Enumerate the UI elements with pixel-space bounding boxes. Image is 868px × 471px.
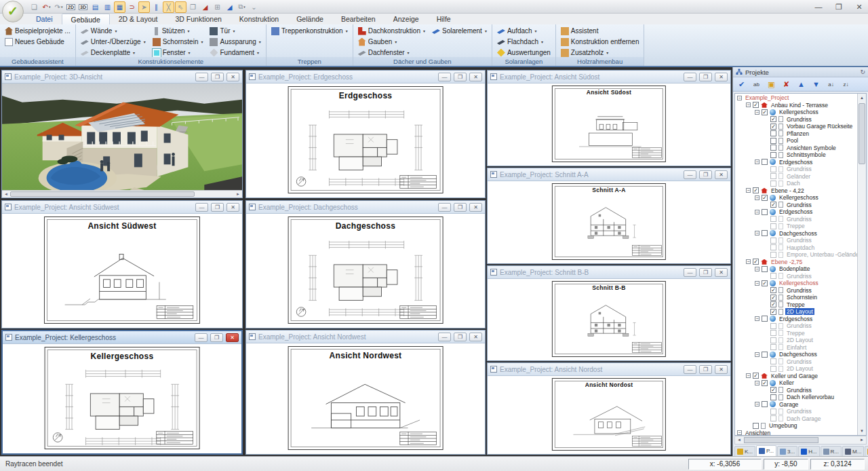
tree-checkbox[interactable] — [770, 216, 776, 222]
window-close-button[interactable]: ✕ — [715, 73, 728, 81]
tree-item[interactable]: −Ansichten — [735, 430, 857, 436]
tree-checkbox[interactable]: ✓ — [770, 301, 776, 307]
tree-item[interactable]: −Erdgeschoss — [735, 316, 857, 323]
panel-tab-hilfe[interactable]: H... — [798, 446, 819, 456]
tree-checkbox[interactable] — [770, 323, 776, 329]
tree-item[interactable]: Geländer — [735, 173, 857, 181]
panel-pin-icon[interactable]: ↻ — [860, 69, 865, 75]
window-maximize-button[interactable]: ❐ — [211, 73, 224, 81]
tree-item[interactable]: Grundriss — [735, 216, 857, 223]
window-client-area[interactable]: Ansicht Nordwest — [246, 343, 485, 454]
tree-item[interactable]: Empore, Unterbau -Geländer — [735, 251, 857, 259]
tree-item[interactable]: Schnittsymbole — [735, 151, 857, 159]
ribbon-button-aussparung[interactable]: Aussparung▾ — [210, 38, 260, 46]
tree-checkbox[interactable] — [770, 238, 776, 244]
tree-item[interactable]: Grundriss — [735, 166, 857, 173]
tree-item[interactable]: Dach Garage — [735, 415, 857, 423]
window-maximize-button[interactable]: ❐ — [699, 73, 712, 81]
window-titlebar[interactable]: Example_Project: Ansicht Nordost—❐✕ — [488, 363, 730, 376]
ribbon-button-konstruktion-entfernen[interactable]: Konstruktion entfernen — [561, 38, 639, 46]
tree-checkbox[interactable] — [770, 223, 776, 229]
ribbon-button-auswertungen[interactable]: Auswertungen — [497, 49, 551, 57]
window-minimize-button[interactable]: — — [195, 203, 208, 212]
window-maximize-button[interactable]: ❐ — [699, 365, 712, 374]
tree-checkbox[interactable] — [770, 252, 776, 258]
window-maximize-button[interactable]: ❐ — [210, 333, 223, 342]
ribbon-button-beispielprojekte-[interactable]: Beispielprojekte ... — [5, 27, 71, 35]
solar-tool-icon[interactable]: ◢ — [224, 1, 235, 13]
tree-checkbox[interactable] — [762, 230, 768, 236]
maximize-button[interactable]: ❐ — [834, 0, 844, 14]
tree-item[interactable]: ✓2D Layout — [735, 308, 857, 316]
tree-checkbox[interactable] — [770, 244, 776, 250]
undo-icon[interactable]: ↶▾ — [41, 1, 52, 13]
tree-expander-icon[interactable]: − — [755, 231, 760, 236]
ribbon-button-zusatzholz[interactable]: Zusatzholz▾ — [561, 49, 639, 57]
ribbon-button-gauben[interactable]: Gauben▾ — [358, 38, 425, 46]
tab-bearbeiten[interactable]: Bearbeiten — [332, 14, 384, 24]
tree-item[interactable]: −Erdgeschoss — [735, 159, 857, 166]
window-titlebar[interactable]: Example_Project: Ansicht Nordwest—❐✕ — [246, 331, 485, 343]
window-minimize-button[interactable]: — — [684, 268, 696, 277]
window-maximize-button[interactable]: ❐ — [211, 203, 224, 212]
tree-expander-icon[interactable]: − — [737, 96, 742, 100]
window-client-area[interactable]: Ansicht Nordost — [488, 376, 730, 454]
tree-item[interactable]: 2D Layout — [735, 337, 857, 344]
horizontal-scrollbar[interactable]: ◄► — [2, 190, 242, 197]
window-maximize-button[interactable]: ❐ — [454, 73, 467, 81]
tree-checkbox[interactable] — [770, 394, 776, 400]
tree-expander-icon[interactable]: − — [755, 316, 760, 321]
window-client-area[interactable]: Kellergeschoss — [3, 344, 241, 453]
delete-icon[interactable]: ✘ — [781, 79, 791, 90]
ribbon-button-treppenkonstruktion[interactable]: Treppenkonstruktion▾ — [271, 27, 348, 35]
tree-vertical-scrollbar[interactable]: ▲▼ — [857, 94, 866, 435]
tree-expander-icon[interactable]: − — [746, 102, 751, 107]
window-maximize-button[interactable]: ❐ — [699, 268, 712, 277]
window-maximize-button[interactable]: ❐ — [454, 333, 467, 341]
window-maximize-button[interactable]: ❐ — [699, 170, 712, 179]
minimize-button[interactable]: — — [814, 0, 823, 14]
tree-item[interactable]: Ansichten Symbole — [735, 145, 857, 152]
tree-item[interactable]: −✓Ebene - 4,22 — [735, 187, 857, 195]
ribbon-button-assistent[interactable]: Assistent — [561, 27, 639, 35]
tree-checkbox[interactable]: ✓ — [770, 295, 776, 301]
tab-gel-nde[interactable]: Gelände — [288, 14, 332, 24]
tree-expander-icon[interactable]: − — [755, 281, 760, 286]
tree-checkbox[interactable]: ✓ — [753, 187, 759, 193]
tab-2d-layout[interactable]: 2D & Layout — [110, 14, 167, 24]
window-minimize-button[interactable]: — — [684, 170, 696, 179]
tab-hilfe[interactable]: Hilfe — [428, 14, 460, 24]
tree-checkbox[interactable] — [762, 401, 768, 407]
tree-item[interactable]: −✓Kellergeschoss — [735, 280, 857, 287]
tree-checkbox[interactable]: ✓ — [770, 202, 776, 208]
tree-checkbox[interactable] — [762, 316, 768, 322]
tree-checkbox[interactable]: ✓ — [753, 102, 759, 108]
window-close-button[interactable]: ✕ — [715, 365, 728, 374]
window-client-area[interactable]: Schnitt B-B — [488, 279, 730, 360]
panel-tab-raeume[interactable]: R... — [821, 446, 842, 456]
tree-item[interactable]: Grundriss — [735, 322, 857, 330]
sort-za-icon[interactable]: z↓ — [841, 79, 851, 90]
tree-checkbox[interactable]: ✓ — [762, 195, 768, 201]
window-titlebar[interactable]: Example_Project: Kellergeschoss—❐✕ — [3, 331, 241, 344]
window-titlebar[interactable]: Example_Project: Schnitt B-B—❐✕ — [488, 266, 730, 279]
tree-expander-icon[interactable]: − — [746, 188, 751, 193]
panel-tab-3d[interactable]: 3... — [777, 446, 797, 456]
tree-item[interactable]: ✓Schornstein — [735, 294, 857, 301]
window-close-button[interactable]: ✕ — [469, 73, 482, 81]
tree-expander-icon[interactable]: − — [755, 195, 760, 200]
rename-icon[interactable]: ab — [751, 79, 762, 90]
layout-plan-icon[interactable]: ⊞ — [212, 1, 223, 13]
tab-konstruktion[interactable]: Konstruktion — [231, 14, 288, 24]
tree-item[interactable]: Grundriss — [735, 273, 857, 280]
tree-item[interactable]: −✓Keller — [735, 379, 857, 387]
tree-checkbox[interactable] — [770, 330, 776, 336]
tree-item[interactable]: Dach — [735, 180, 857, 187]
app-logo-icon[interactable]: ✓ — [2, 1, 24, 22]
tree-item[interactable]: −Example_Project — [735, 94, 857, 102]
intersect-icon[interactable]: ╳ — [163, 1, 174, 13]
tree-checkbox[interactable] — [753, 423, 759, 429]
window-close-button[interactable]: ✕ — [715, 170, 728, 179]
tree-checkbox[interactable]: ✓ — [762, 380, 768, 386]
tree-checkbox[interactable] — [762, 209, 768, 215]
